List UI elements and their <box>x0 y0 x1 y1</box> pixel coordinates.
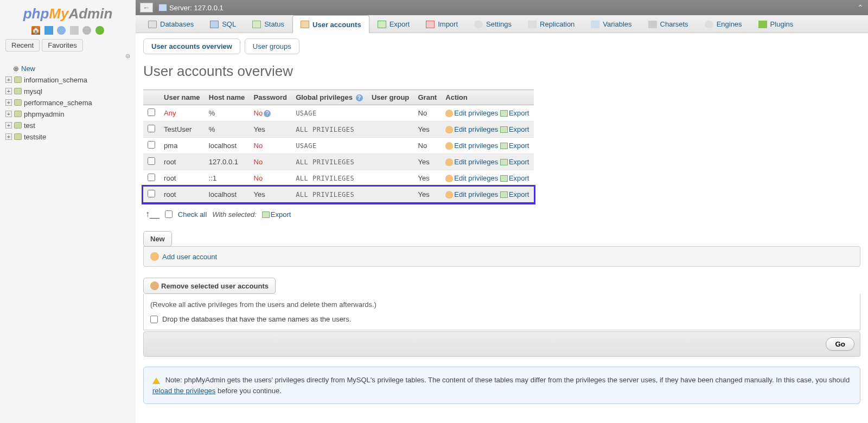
sidebar-collapse-icon[interactable]: ⊝ <box>2 53 133 60</box>
tree-item-db[interactable]: +testsite <box>4 131 131 143</box>
cell-password: No <box>250 138 292 154</box>
tab-export[interactable]: Export <box>369 15 418 33</box>
cell-group <box>367 154 414 170</box>
export-link[interactable]: Export <box>500 158 529 166</box>
tab-import[interactable]: Import <box>418 15 466 33</box>
tree-item-db[interactable]: +information_schema <box>4 74 131 86</box>
edit-privileges-link[interactable]: Edit privileges <box>445 174 498 182</box>
collapse-panel-icon[interactable]: ⌃ <box>857 3 864 12</box>
check-all-link[interactable]: Check all <box>178 210 207 219</box>
tree-item-db[interactable]: +phpmyadmin <box>4 108 131 120</box>
cell-privileges: ALL PRIVILEGES <box>291 121 367 138</box>
cell-group <box>367 170 414 187</box>
new-button[interactable]: New <box>143 231 172 247</box>
export-link[interactable]: Export <box>500 174 529 182</box>
nav-tab-favorites[interactable]: Favorites <box>42 39 82 52</box>
th-host[interactable]: Host name <box>205 90 250 105</box>
tab-settings[interactable]: Settings <box>466 15 520 33</box>
row-checkbox[interactable] <box>148 108 155 116</box>
expand-icon[interactable]: + <box>5 88 12 94</box>
th-group[interactable]: User group <box>367 90 414 105</box>
drop-db-checkbox[interactable] <box>150 316 158 323</box>
tab-user-accounts[interactable]: User accounts <box>292 15 369 33</box>
variables-icon <box>591 21 599 28</box>
edit-privileges-link[interactable]: Edit privileges <box>445 158 498 166</box>
row-checkbox[interactable] <box>148 125 155 132</box>
export-link[interactable]: Export <box>500 125 529 133</box>
cell-grant: No <box>414 105 442 121</box>
drop-db-label: Drop the databases that have the same na… <box>162 315 351 323</box>
tree-new-label: New <box>21 65 35 73</box>
expand-icon[interactable]: + <box>5 111 12 117</box>
bulk-export[interactable]: Export <box>262 210 291 219</box>
warning-icon <box>152 377 160 384</box>
edit-privileges-link[interactable]: Edit privileges <box>445 190 498 198</box>
row-checkbox[interactable] <box>148 141 155 149</box>
home-icon[interactable] <box>31 26 40 35</box>
server-label[interactable]: Server: 127.0.0.1 <box>169 4 224 12</box>
cell-password: No <box>250 154 292 170</box>
logo[interactable]: phpMyAdmin <box>2 2 133 23</box>
add-user-account-link[interactable]: Add user account <box>150 252 853 261</box>
expand-icon[interactable]: + <box>5 133 12 140</box>
check-all-checkbox[interactable] <box>165 210 173 218</box>
tab-variables[interactable]: Variables <box>583 15 640 33</box>
help-icon[interactable] <box>57 26 66 35</box>
expand-icon[interactable]: + <box>5 76 12 83</box>
th-global[interactable]: Global privileges ? <box>291 90 367 105</box>
tree-item-db[interactable]: +performance_schema <box>4 97 131 108</box>
export-icon <box>500 191 508 198</box>
tab-engines[interactable]: Engines <box>697 15 750 33</box>
database-icon <box>14 88 22 94</box>
reload-icon[interactable] <box>95 26 104 35</box>
expand-icon[interactable]: + <box>5 99 12 106</box>
database-icon <box>14 122 22 129</box>
th-user[interactable]: User name <box>159 90 205 105</box>
nav-tab-recent[interactable]: Recent <box>5 39 40 52</box>
gear-icon[interactable] <box>82 26 91 35</box>
tree-new[interactable]: ⊕ New <box>12 63 131 74</box>
tree-item-db[interactable]: +mysql <box>4 86 131 97</box>
tab-charsets[interactable]: Charsets <box>640 15 697 33</box>
tab-replication[interactable]: Replication <box>520 15 583 33</box>
tab-databases[interactable]: Databases <box>140 15 202 33</box>
docs-icon[interactable] <box>70 26 79 35</box>
go-button[interactable]: Go <box>826 337 854 351</box>
cell-group <box>367 138 414 154</box>
main-tabs: Databases SQL Status User accounts Expor… <box>136 15 868 33</box>
cell-action: Edit privileges Export <box>441 105 534 121</box>
table-row: rootlocalhostYesALL PRIVILEGESYesEdit pr… <box>143 187 534 203</box>
sql-icon[interactable] <box>44 26 53 35</box>
row-checkbox[interactable] <box>148 157 155 165</box>
tab-status[interactable]: Status <box>244 15 292 33</box>
edit-privileges-link[interactable]: Edit privileges <box>445 125 498 133</box>
row-checkbox[interactable] <box>148 190 155 197</box>
export-link[interactable]: Export <box>500 109 529 117</box>
cell-password: No <box>250 170 292 187</box>
database-icon <box>14 99 22 106</box>
cell-action: Edit privileges Export <box>441 187 534 203</box>
reload-privileges-link[interactable]: reload the privileges <box>152 387 215 395</box>
expand-icon[interactable]: + <box>5 122 12 129</box>
export-link[interactable]: Export <box>500 142 529 150</box>
tab-plugins[interactable]: Plugins <box>750 15 802 33</box>
subtab-overview[interactable]: User accounts overview <box>143 39 240 54</box>
tree-item-db[interactable]: +test <box>4 120 131 131</box>
settings-icon <box>474 21 483 28</box>
help-icon[interactable]: ? <box>264 110 271 117</box>
th-grant[interactable]: Grant <box>414 90 442 105</box>
content: User accounts overview User groups User … <box>136 33 868 415</box>
user-edit-icon <box>445 142 453 150</box>
row-checkbox[interactable] <box>148 174 155 181</box>
cell-user: root <box>159 154 205 170</box>
tab-sql[interactable]: SQL <box>202 15 244 33</box>
export-link[interactable]: Export <box>500 190 529 198</box>
th-password[interactable]: Password <box>250 90 292 105</box>
help-icon[interactable]: ? <box>356 94 363 101</box>
subtab-groups[interactable]: User groups <box>245 39 299 54</box>
table-row: TestUser%YesALL PRIVILEGESYesEdit privil… <box>143 121 534 138</box>
edit-privileges-link[interactable]: Edit privileges <box>445 142 498 150</box>
edit-privileges-link[interactable]: Edit privileges <box>445 109 498 117</box>
db-tree: ⊕ New +information_schema+mysql+performa… <box>2 60 133 146</box>
back-arrow-icon[interactable]: ← <box>140 3 153 12</box>
